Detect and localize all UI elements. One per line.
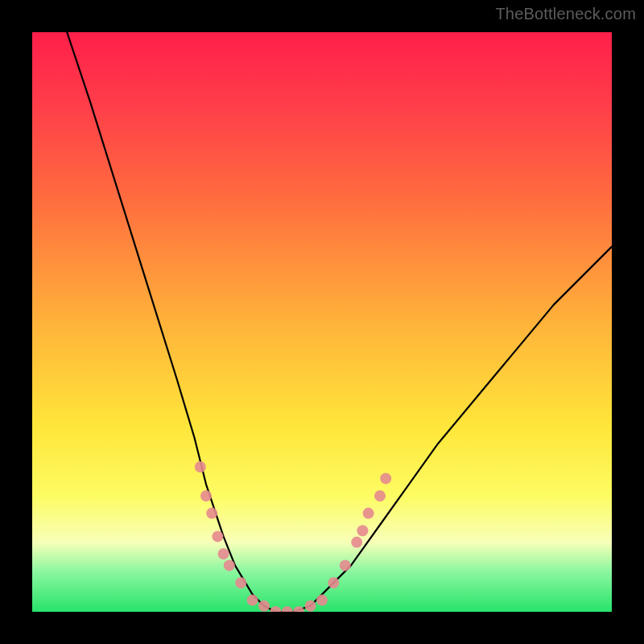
svg-point-14 bbox=[328, 577, 339, 588]
svg-point-9 bbox=[270, 606, 281, 612]
svg-point-6 bbox=[235, 577, 246, 588]
svg-point-7 bbox=[247, 595, 258, 606]
svg-point-16 bbox=[351, 537, 362, 548]
svg-point-3 bbox=[212, 530, 223, 542]
watermark-text: TheBottleneck.com bbox=[495, 5, 636, 23]
chart-frame: TheBottleneck.com bbox=[0, 0, 644, 644]
svg-point-17 bbox=[357, 525, 368, 536]
bottleneck-curve bbox=[32, 32, 612, 612]
svg-point-4 bbox=[218, 548, 229, 559]
svg-point-8 bbox=[258, 601, 270, 612]
plot-area bbox=[32, 32, 612, 612]
svg-point-19 bbox=[374, 490, 386, 502]
svg-point-15 bbox=[340, 559, 351, 571]
svg-point-11 bbox=[293, 606, 304, 612]
svg-point-1 bbox=[200, 490, 212, 502]
svg-point-13 bbox=[316, 595, 328, 606]
svg-point-12 bbox=[305, 601, 316, 612]
svg-point-0 bbox=[195, 461, 206, 473]
svg-point-20 bbox=[380, 473, 391, 484]
svg-point-2 bbox=[206, 508, 217, 519]
svg-point-10 bbox=[282, 606, 293, 612]
svg-point-5 bbox=[224, 559, 235, 571]
measured-points bbox=[32, 32, 612, 612]
svg-point-18 bbox=[363, 508, 374, 519]
